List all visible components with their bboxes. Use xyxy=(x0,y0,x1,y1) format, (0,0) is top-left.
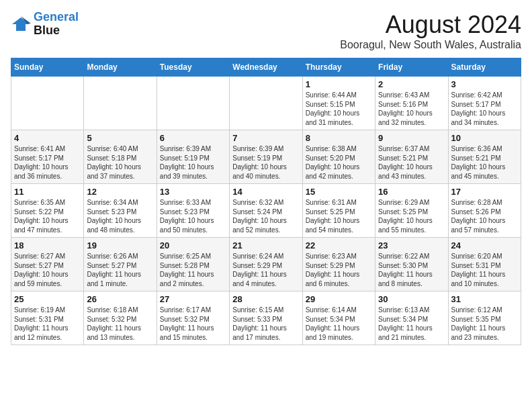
calendar-cell: 15Sunrise: 6:31 AMSunset: 5:25 PMDayligh… xyxy=(302,184,375,238)
day-info: Sunrise: 6:28 AMSunset: 5:26 PMDaylight:… xyxy=(451,198,518,234)
day-info: Sunrise: 6:39 AMSunset: 5:19 PMDaylight:… xyxy=(232,144,299,181)
calendar-cell: 27Sunrise: 6:17 AMSunset: 5:32 PMDayligh… xyxy=(157,291,229,345)
day-number: 7 xyxy=(232,133,299,143)
calendar-cell: 26Sunrise: 6:18 AMSunset: 5:32 PMDayligh… xyxy=(84,291,157,345)
calendar-cell xyxy=(11,77,84,130)
calendar-week-4: 18Sunrise: 6:27 AMSunset: 5:27 PMDayligh… xyxy=(11,238,521,291)
day-number: 20 xyxy=(160,240,226,250)
column-header-saturday: Saturday xyxy=(448,58,521,77)
day-info: Sunrise: 6:25 AMSunset: 5:28 PMDaylight:… xyxy=(160,252,226,288)
calendar-cell: 16Sunrise: 6:29 AMSunset: 5:25 PMDayligh… xyxy=(375,184,448,238)
calendar-cell: 31Sunrise: 6:12 AMSunset: 5:35 PMDayligh… xyxy=(448,291,521,345)
logo-line2: Blue xyxy=(34,24,60,37)
calendar-cell: 14Sunrise: 6:32 AMSunset: 5:24 PMDayligh… xyxy=(230,184,302,238)
logo-line1: General xyxy=(34,10,79,24)
calendar-cell: 8Sunrise: 6:38 AMSunset: 5:20 PMDaylight… xyxy=(302,130,375,184)
calendar-header-row: SundayMondayTuesdayWednesdayThursdayFrid… xyxy=(11,58,521,77)
calendar-cell: 29Sunrise: 6:14 AMSunset: 5:34 PMDayligh… xyxy=(302,291,375,345)
subtitle: Booragul, New South Wales, Australia xyxy=(340,39,521,51)
column-header-tuesday: Tuesday xyxy=(157,58,229,77)
day-number: 9 xyxy=(378,133,445,143)
calendar-cell: 23Sunrise: 6:22 AMSunset: 5:30 PMDayligh… xyxy=(375,238,448,291)
day-number: 1 xyxy=(306,79,372,89)
day-number: 16 xyxy=(378,187,445,197)
calendar-week-2: 4Sunrise: 6:41 AMSunset: 5:17 PMDaylight… xyxy=(11,130,521,184)
column-header-thursday: Thursday xyxy=(302,58,375,77)
calendar-cell: 4Sunrise: 6:41 AMSunset: 5:17 PMDaylight… xyxy=(11,130,84,184)
day-number: 31 xyxy=(451,294,518,304)
calendar-cell xyxy=(84,77,157,130)
day-number: 17 xyxy=(451,187,518,197)
day-info: Sunrise: 6:12 AMSunset: 5:35 PMDaylight:… xyxy=(451,306,518,342)
calendar-cell: 2Sunrise: 6:43 AMSunset: 5:16 PMDaylight… xyxy=(375,77,448,130)
calendar-cell: 9Sunrise: 6:37 AMSunset: 5:21 PMDaylight… xyxy=(375,130,448,184)
calendar: SundayMondayTuesdayWednesdayThursdayFrid… xyxy=(11,58,521,345)
day-number: 19 xyxy=(87,240,153,250)
day-number: 12 xyxy=(87,187,153,197)
calendar-cell xyxy=(230,77,302,130)
day-info: Sunrise: 6:22 AMSunset: 5:30 PMDaylight:… xyxy=(378,252,445,288)
header: General Blue August 2024 Booragul, New S… xyxy=(11,11,521,51)
day-info: Sunrise: 6:35 AMSunset: 5:22 PMDaylight:… xyxy=(14,198,81,234)
day-number: 11 xyxy=(14,187,81,197)
day-number: 26 xyxy=(87,294,153,304)
calendar-cell: 12Sunrise: 6:34 AMSunset: 5:23 PMDayligh… xyxy=(84,184,157,238)
logo-bird-icon xyxy=(11,15,31,34)
calendar-cell: 21Sunrise: 6:24 AMSunset: 5:29 PMDayligh… xyxy=(230,238,302,291)
calendar-cell: 24Sunrise: 6:20 AMSunset: 5:31 PMDayligh… xyxy=(448,238,521,291)
calendar-cell: 13Sunrise: 6:33 AMSunset: 5:23 PMDayligh… xyxy=(157,184,229,238)
calendar-cell: 18Sunrise: 6:27 AMSunset: 5:27 PMDayligh… xyxy=(11,238,84,291)
day-info: Sunrise: 6:27 AMSunset: 5:27 PMDaylight:… xyxy=(14,252,81,288)
day-number: 18 xyxy=(14,240,81,250)
day-number: 8 xyxy=(306,133,372,143)
day-number: 29 xyxy=(306,294,372,304)
calendar-cell: 6Sunrise: 6:39 AMSunset: 5:19 PMDaylight… xyxy=(157,130,229,184)
day-info: Sunrise: 6:36 AMSunset: 5:21 PMDaylight:… xyxy=(451,144,518,181)
calendar-cell: 20Sunrise: 6:25 AMSunset: 5:28 PMDayligh… xyxy=(157,238,229,291)
main-title: August 2024 xyxy=(340,11,521,39)
calendar-week-1: 1Sunrise: 6:44 AMSunset: 5:15 PMDaylight… xyxy=(11,77,521,130)
day-info: Sunrise: 6:43 AMSunset: 5:16 PMDaylight:… xyxy=(378,91,445,127)
day-info: Sunrise: 6:34 AMSunset: 5:23 PMDaylight:… xyxy=(87,198,153,234)
day-info: Sunrise: 6:42 AMSunset: 5:17 PMDaylight:… xyxy=(451,91,518,127)
day-info: Sunrise: 6:24 AMSunset: 5:29 PMDaylight:… xyxy=(232,252,299,288)
day-info: Sunrise: 6:32 AMSunset: 5:24 PMDaylight:… xyxy=(232,198,299,234)
day-info: Sunrise: 6:40 AMSunset: 5:18 PMDaylight:… xyxy=(87,144,153,181)
day-info: Sunrise: 6:38 AMSunset: 5:20 PMDaylight:… xyxy=(306,144,372,181)
calendar-week-3: 11Sunrise: 6:35 AMSunset: 5:22 PMDayligh… xyxy=(11,184,521,238)
day-info: Sunrise: 6:15 AMSunset: 5:33 PMDaylight:… xyxy=(232,306,299,342)
day-info: Sunrise: 6:39 AMSunset: 5:19 PMDaylight:… xyxy=(160,144,226,181)
day-info: Sunrise: 6:29 AMSunset: 5:25 PMDaylight:… xyxy=(378,198,445,234)
calendar-cell: 11Sunrise: 6:35 AMSunset: 5:22 PMDayligh… xyxy=(11,184,84,238)
logo-text: General Blue xyxy=(34,11,79,38)
day-number: 14 xyxy=(232,187,299,197)
calendar-cell: 7Sunrise: 6:39 AMSunset: 5:19 PMDaylight… xyxy=(230,130,302,184)
day-info: Sunrise: 6:14 AMSunset: 5:34 PMDaylight:… xyxy=(306,306,372,342)
calendar-cell: 30Sunrise: 6:13 AMSunset: 5:34 PMDayligh… xyxy=(375,291,448,345)
day-info: Sunrise: 6:19 AMSunset: 5:31 PMDaylight:… xyxy=(14,306,81,342)
day-number: 21 xyxy=(232,240,299,250)
title-area: August 2024 Booragul, New South Wales, A… xyxy=(340,11,521,51)
column-header-friday: Friday xyxy=(375,58,448,77)
day-number: 3 xyxy=(451,79,518,89)
day-info: Sunrise: 6:37 AMSunset: 5:21 PMDaylight:… xyxy=(378,144,445,181)
logo: General Blue xyxy=(11,11,79,38)
day-info: Sunrise: 6:26 AMSunset: 5:27 PMDaylight:… xyxy=(87,252,153,288)
calendar-cell: 19Sunrise: 6:26 AMSunset: 5:27 PMDayligh… xyxy=(84,238,157,291)
calendar-cell: 10Sunrise: 6:36 AMSunset: 5:21 PMDayligh… xyxy=(448,130,521,184)
day-number: 6 xyxy=(160,133,226,143)
day-number: 30 xyxy=(378,294,445,304)
day-info: Sunrise: 6:17 AMSunset: 5:32 PMDaylight:… xyxy=(160,306,226,342)
day-info: Sunrise: 6:13 AMSunset: 5:34 PMDaylight:… xyxy=(378,306,445,342)
day-number: 10 xyxy=(451,133,518,143)
day-info: Sunrise: 6:31 AMSunset: 5:25 PMDaylight:… xyxy=(306,198,372,234)
day-number: 2 xyxy=(378,79,445,89)
day-number: 28 xyxy=(232,294,299,304)
day-info: Sunrise: 6:33 AMSunset: 5:23 PMDaylight:… xyxy=(160,198,226,234)
calendar-cell: 17Sunrise: 6:28 AMSunset: 5:26 PMDayligh… xyxy=(448,184,521,238)
day-number: 25 xyxy=(14,294,81,304)
svg-marker-0 xyxy=(12,17,30,31)
day-number: 22 xyxy=(306,240,372,250)
day-number: 4 xyxy=(14,133,81,143)
column-header-monday: Monday xyxy=(84,58,157,77)
